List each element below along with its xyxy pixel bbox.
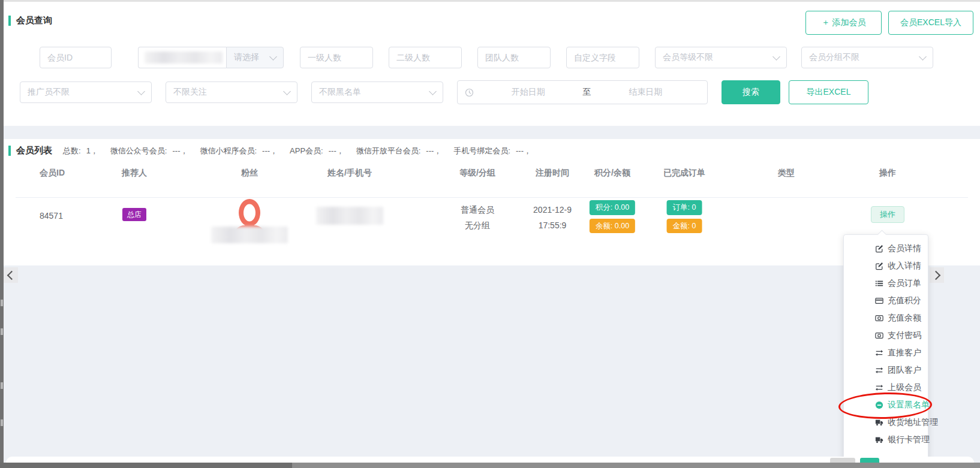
orders-cell: 订单: 0 金额: 0 — [667, 200, 702, 233]
edit-icon — [875, 262, 883, 270]
member-level: 普通会员 — [461, 202, 494, 218]
menu-item-income-detail[interactable]: 收入详情 — [868, 257, 928, 274]
member-search-group: 请选择 — [138, 47, 284, 68]
col-referrer: 推荐人 — [122, 168, 147, 179]
scroll-left-button[interactable] — [4, 267, 18, 283]
col-level-group: 等级/分组 — [459, 168, 495, 179]
member-excel-import-button[interactable]: 会员EXCEL导入 — [888, 11, 973, 35]
member-group: 无分组 — [461, 218, 494, 233]
follow-select[interactable]: 不限关注 — [166, 81, 297, 103]
menu-item-recharge-balance[interactable]: 充值余额 — [868, 309, 928, 327]
team-count-input[interactable] — [477, 47, 551, 68]
menu-item-team-customers[interactable]: 团队客户 — [868, 361, 928, 379]
promoter-select[interactable]: 推广员不限 — [20, 81, 152, 103]
promoter-value: 推广员不限 — [28, 87, 70, 98]
stat-wechat-official: 微信公众号会员:---， — [110, 146, 188, 156]
coin-icon — [875, 331, 883, 340]
menu-item-upper-member[interactable]: 上级会员 — [868, 379, 928, 396]
pagination-button[interactable] — [830, 458, 855, 463]
title-accent-bar — [8, 16, 11, 26]
col-completed-orders: 已完成订单 — [663, 168, 705, 179]
col-type: 类型 — [778, 168, 795, 179]
search-type-value: 请选择 — [234, 52, 259, 63]
scroll-right-button[interactable] — [930, 267, 944, 283]
col-register-time: 注册时间 — [536, 168, 569, 179]
points-badge: 积分: 0.00 — [590, 200, 635, 215]
level-group-cell: 普通会员 无分组 — [461, 202, 494, 233]
end-date-input[interactable]: 结束日期 — [591, 87, 701, 98]
menu-item-set-blacklist[interactable]: 设置黑名单 — [868, 396, 928, 413]
scrollbar-thumb[interactable] — [0, 463, 292, 468]
menu-item-direct-customers[interactable]: 直推客户 — [868, 344, 928, 361]
custom-field-input[interactable] — [566, 47, 639, 68]
member-query-panel: 会员查询 ＋ 添加会员 会员EXCEL导入 请选择 会员等级不限 — [4, 2, 980, 126]
query-panel-title: 会员查询 — [8, 15, 52, 26]
stat-total: 总数:1， — [63, 146, 98, 156]
truck-icon — [875, 418, 883, 427]
stat-wechat-miniprogram: 微信小程序会员:---， — [200, 146, 278, 156]
list-icon — [875, 279, 883, 288]
add-member-button[interactable]: ＋ 添加会员 — [805, 11, 882, 35]
swap-icon — [875, 384, 883, 392]
member-list-panel: 会员列表 总数:1， 微信公众号会员:---， 微信小程序会员:---， APP… — [4, 139, 980, 265]
follow-value: 不限关注 — [173, 87, 207, 98]
list-title: 会员列表 — [16, 145, 52, 156]
menu-item-shipping-address[interactable]: 收货地址管理 — [868, 413, 928, 431]
search-type-select[interactable]: 请选择 — [226, 47, 284, 68]
search-button[interactable]: 搜索 — [722, 80, 780, 104]
menu-item-member-orders[interactable]: 会员订单 — [868, 274, 928, 292]
menu-item-recharge-points[interactable]: 充值积分 — [868, 292, 928, 309]
redacted-input-value — [145, 52, 223, 64]
chevron-down-icon — [269, 53, 277, 61]
horizontal-scrollbar[interactable] — [0, 463, 980, 468]
title-accent-bar — [8, 146, 11, 156]
redacted-fan-name — [211, 227, 288, 243]
blacklist-select[interactable]: 不限黑名单 — [311, 81, 443, 103]
fan-avatar — [230, 199, 269, 246]
col-points-balance: 积分/余额 — [594, 168, 630, 179]
blacklist-value: 不限黑名单 — [319, 87, 361, 98]
date-separator: 至 — [583, 87, 591, 98]
avatar-head-icon — [239, 199, 260, 227]
amount-badge: 金额: 0 — [667, 219, 702, 234]
clock-icon — [465, 88, 474, 97]
col-member-id: 会员ID — [40, 168, 65, 179]
chevron-left-icon — [7, 270, 17, 280]
member-id-value: 84571 — [40, 211, 63, 221]
swap-icon — [875, 349, 883, 357]
menu-item-bank-card[interactable]: 银行卡管理 — [868, 431, 928, 448]
member-level-select[interactable]: 会员等级不限 — [655, 47, 787, 68]
member-keyword-input[interactable] — [138, 47, 226, 68]
pagination-active-button[interactable] — [860, 458, 879, 463]
export-excel-button[interactable]: 导出EXCEL — [789, 80, 868, 104]
register-time-cell: 2021-12-9 17:55:9 — [533, 202, 572, 233]
truck-icon — [875, 436, 883, 444]
row-action-button[interactable]: 操作 — [871, 206, 904, 223]
level1-count-input[interactable] — [300, 47, 373, 68]
member-id-input[interactable] — [40, 47, 112, 68]
date-range-picker[interactable]: 开始日期 至 结束日期 — [457, 80, 708, 104]
member-group-select[interactable]: 会员分组不限 — [801, 47, 933, 68]
chevron-down-icon — [919, 53, 927, 61]
balance-badge: 余额: 0.00 — [590, 219, 635, 234]
next-panel-edge — [6, 457, 974, 463]
member-admin-page: 会员查询 ＋ 添加会员 会员EXCEL导入 请选择 会员等级不限 — [0, 0, 980, 468]
member-level-value: 会员等级不限 — [663, 52, 713, 63]
start-date-input[interactable]: 开始日期 — [474, 87, 583, 98]
chevron-down-icon — [137, 87, 145, 95]
col-actions: 操作 — [879, 168, 896, 179]
action-dropdown-menu: 会员详情 收入详情 会员订单 充值积分 充值余额 支付密码 直推客户 团队客户 — [843, 234, 928, 468]
menu-item-payment-password[interactable]: 支付密码 — [868, 327, 928, 344]
row-divider — [16, 197, 968, 198]
redacted-name-phone — [316, 207, 383, 225]
minus-circle-icon — [875, 401, 883, 409]
stat-phone-bound: 手机号绑定会员:---， — [453, 146, 531, 156]
level2-count-input[interactable] — [389, 47, 462, 68]
edit-icon — [875, 244, 883, 253]
member-group-value: 会员分组不限 — [809, 52, 859, 63]
coin-icon — [875, 314, 883, 322]
menu-item-member-detail[interactable]: 会员详情 — [868, 240, 928, 257]
page-title: 会员查询 — [16, 15, 52, 26]
member-stats: 总数:1， 微信公众号会员:---， 微信小程序会员:---， APP会员:--… — [63, 146, 543, 156]
col-fans: 粉丝 — [241, 168, 258, 179]
